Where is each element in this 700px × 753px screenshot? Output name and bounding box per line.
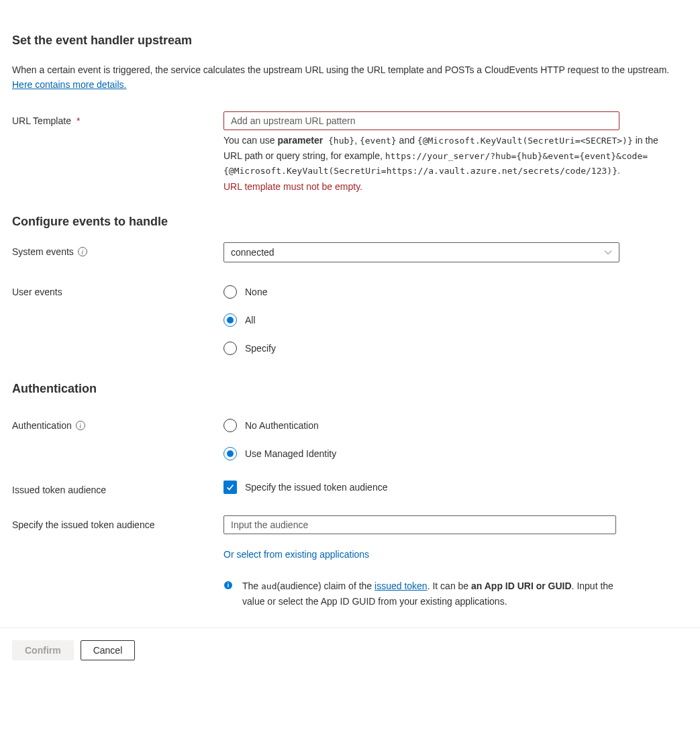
user-events-label-text: User events xyxy=(12,287,62,297)
specify-audience-label: Specify the issued token audience xyxy=(12,515,223,530)
user-events-radio-none[interactable]: None xyxy=(223,285,626,299)
user-events-label: User events xyxy=(12,283,223,297)
audience-note: i The aud(audience) claim of the issued … xyxy=(223,579,619,609)
radio-icon xyxy=(223,313,237,327)
select-applications-link[interactable]: Or select from existing applications xyxy=(223,549,369,560)
radio-label: Use Managed Identity xyxy=(245,448,336,459)
system-events-label-text: System events xyxy=(12,246,74,257)
help-fragment: and xyxy=(397,135,417,146)
radio-label: All xyxy=(245,315,256,325)
radio-icon xyxy=(223,447,237,460)
url-template-label-text: URL Template xyxy=(12,115,71,126)
note-fragment: (audience) claim of the xyxy=(277,581,375,591)
issued-token-label: Issued token audience xyxy=(12,481,223,495)
url-template-error: URL template must not be empty. xyxy=(223,181,626,192)
url-template-label: URL Template* xyxy=(12,111,223,126)
system-events-value: connected xyxy=(231,247,274,258)
user-events-radio-specify[interactable]: Specify xyxy=(223,342,626,355)
page-title: Set the event handler upstream xyxy=(12,34,688,48)
help-mono: {@Microsoft.KeyVault(SecretUri=<SECRET>)… xyxy=(417,136,633,146)
checkbox-icon xyxy=(223,481,237,494)
checkbox-label: Specify the issued token audience xyxy=(245,482,387,493)
user-events-radio-all[interactable]: All xyxy=(223,313,626,327)
info-icon: i xyxy=(223,581,233,590)
specify-audience-input[interactable] xyxy=(223,515,616,534)
confirm-button[interactable]: Confirm xyxy=(12,640,74,660)
note-fragment: . It can be xyxy=(428,581,471,591)
info-icon[interactable]: i xyxy=(78,247,87,256)
note-fragment: The xyxy=(242,581,261,591)
issued-token-label-text: Issued token audience xyxy=(12,485,106,495)
radio-icon xyxy=(223,285,237,299)
cancel-button[interactable]: Cancel xyxy=(81,640,136,660)
help-bold: parameter xyxy=(277,135,323,146)
auth-label: Authentication i xyxy=(12,416,223,431)
system-events-select[interactable]: connected xyxy=(223,242,619,262)
url-template-help: You can use parameter {hub}, {event} and… xyxy=(223,133,673,179)
radio-label: None xyxy=(245,287,267,297)
auth-radio-managed-identity[interactable]: Use Managed Identity xyxy=(223,447,626,460)
auth-radio-none[interactable]: No Authentication xyxy=(223,419,626,432)
issued-token-link[interactable]: issued token xyxy=(374,581,428,591)
note-mono: aud xyxy=(261,581,277,591)
help-fragment: , xyxy=(354,135,360,146)
intro-text-body: When a certain event is triggered, the s… xyxy=(12,64,669,75)
required-asterisk: * xyxy=(77,115,80,126)
specify-audience-label-text: Specify the issued token audience xyxy=(12,519,154,530)
help-fragment: You can use xyxy=(223,135,277,146)
url-template-input[interactable] xyxy=(223,111,619,130)
help-mono: {event} xyxy=(360,136,397,146)
user-events-radio-group: None All Specify xyxy=(223,283,626,355)
radio-icon xyxy=(223,342,237,355)
radio-label: No Authentication xyxy=(245,420,319,431)
intro-text: When a certain event is triggered, the s… xyxy=(12,62,688,93)
radio-label: Specify xyxy=(245,343,276,354)
note-bold: an App ID URI or GUID xyxy=(471,581,572,591)
info-icon[interactable]: i xyxy=(76,421,85,430)
help-fragment: . xyxy=(617,165,620,176)
radio-icon xyxy=(223,419,237,432)
auth-radio-group: No Authentication Use Managed Identity xyxy=(223,416,626,460)
auth-label-text: Authentication xyxy=(12,420,72,431)
help-mono: {hub} xyxy=(323,136,354,146)
intro-details-link[interactable]: Here contains more details. xyxy=(12,79,126,90)
issued-token-checkbox[interactable]: Specify the issued token audience xyxy=(223,481,626,494)
auth-heading: Authentication xyxy=(12,382,688,396)
system-events-label: System events i xyxy=(12,242,223,257)
events-heading: Configure events to handle xyxy=(12,215,688,229)
chevron-down-icon xyxy=(604,248,612,256)
